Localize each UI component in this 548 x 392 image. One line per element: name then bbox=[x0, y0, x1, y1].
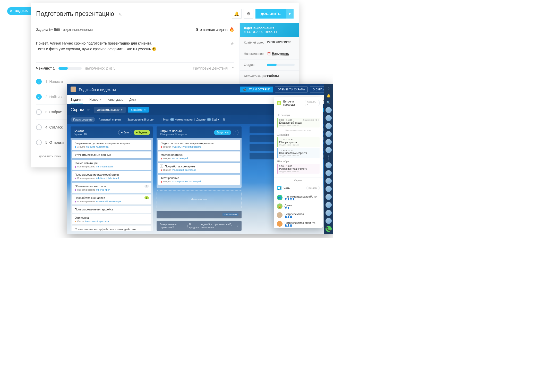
filter-done-sprint[interactable]: Завершенный спринт bbox=[125, 117, 158, 122]
task-card[interactable]: ТестированиеВиджет#тестирование#сценарий bbox=[158, 175, 240, 185]
filter-more[interactable]: Ещё bbox=[212, 118, 218, 121]
important-label: Это важная задача bbox=[196, 28, 228, 32]
task-card[interactable]: ОтрисовкаСиэтл#чистовик#отрисовка bbox=[72, 214, 151, 224]
filter-comments[interactable]: Комментарии bbox=[175, 118, 193, 121]
avatar[interactable] bbox=[326, 123, 332, 129]
chats-meetings-button[interactable]: 📹 ЧАТЫ И ВСТРЕЧИ bbox=[240, 87, 273, 92]
hide-button[interactable]: Скрыть bbox=[274, 177, 323, 183]
task-card[interactable]: 9Обновленные контролыПроектирование#ui#к… bbox=[72, 183, 151, 193]
avatar[interactable] bbox=[326, 218, 332, 224]
avatar[interactable] bbox=[326, 107, 332, 113]
add-task-button[interactable]: Добавить задачу ▾ bbox=[94, 107, 125, 113]
task-card[interactable]: Проектирование взаимодействияПроектирова… bbox=[72, 171, 151, 181]
sprint-column: Спринт новый 13 апреля – 27 апреля Запус… bbox=[157, 126, 242, 231]
check-icon[interactable] bbox=[36, 109, 42, 115]
add-task-button[interactable]: + Задача bbox=[134, 130, 150, 135]
help-icon[interactable]: ? bbox=[326, 86, 331, 91]
search-icon[interactable]: 🔍 bbox=[326, 100, 331, 105]
group-icon: 👥 bbox=[277, 195, 282, 200]
group-actions-link[interactable]: Групповые действия bbox=[193, 66, 228, 70]
chat-item[interactable]: 👥Чат команды разработки👤👤👤👤 bbox=[274, 193, 323, 202]
star-icon[interactable]: ☆ bbox=[87, 108, 90, 112]
avatar[interactable] bbox=[326, 162, 332, 168]
chat-item[interactable]: Ретроспектива спринта👤👤👤 bbox=[274, 219, 323, 228]
call-icon[interactable]: 📞 bbox=[326, 226, 332, 232]
calendar-icon: ▦ bbox=[277, 101, 281, 105]
chat-item[interactable]: 🔒Демо👤👤 bbox=[274, 202, 323, 211]
meeting-item[interactable]: Видеозвонок HD 9:30 – 11:30 Ежедневный с… bbox=[277, 118, 320, 127]
scrum-elements-button[interactable]: ЭЛЕМЕНТЫ СКРАМА bbox=[275, 87, 308, 92]
in-work-filter[interactable]: В работе × bbox=[128, 107, 149, 113]
add-epic-button[interactable]: + Эпик bbox=[118, 130, 132, 135]
task-card[interactable]: Проектирование интерфейса bbox=[72, 206, 151, 213]
avatar[interactable] bbox=[326, 178, 332, 184]
tab-calendar[interactable]: Календарь bbox=[107, 95, 123, 104]
avatar[interactable] bbox=[326, 139, 332, 145]
add-button[interactable]: ДОБАВИТЬ bbox=[255, 9, 286, 19]
task-card[interactable]: Согласование интерфейсов и взаимодействи… bbox=[72, 226, 151, 231]
checklist-progress-bar bbox=[58, 67, 82, 70]
task-card[interactable]: Загрузить актуальные материалы в архивАн… bbox=[72, 140, 151, 150]
finished-sprints-bar[interactable]: ЗАВЕРШЕН bbox=[157, 211, 242, 218]
pencil-icon[interactable]: ✎ bbox=[118, 12, 122, 17]
check-icon[interactable] bbox=[36, 140, 42, 145]
create-meeting-button[interactable]: Создать ▾ bbox=[305, 100, 320, 106]
tab-news[interactable]: Новости bbox=[89, 95, 101, 104]
finished-sprints-summary[interactable]: Завершенные спринты – 3 | В среднем: зад… bbox=[157, 221, 242, 231]
check-icon[interactable]: ✓ bbox=[36, 94, 42, 100]
star-icon[interactable]: ★ bbox=[230, 40, 234, 47]
date-label: 26 ноября bbox=[277, 160, 320, 163]
meeting-item[interactable]: 9:30 – 10:30 Ретроспектива спринта О оди… bbox=[277, 164, 320, 174]
avatar[interactable] bbox=[326, 147, 332, 153]
project-logo[interactable] bbox=[71, 87, 76, 92]
sort-icon[interactable]: ⇅ bbox=[223, 118, 225, 121]
chat-item[interactable]: Ретроспектива👤👤👤 bbox=[274, 211, 323, 219]
task-header: Подготовить презентацию ✎ 🔔 ⚙ ДОБАВИТЬ ▾ bbox=[31, 3, 299, 23]
backlog-title: Бэклог bbox=[74, 129, 87, 133]
sprint-collapse[interactable]: ⌃ bbox=[233, 130, 238, 135]
tab-tasks[interactable]: Задачи › bbox=[71, 95, 83, 104]
meeting-item[interactable]: 11:30 – 12:30 Обзор спринта О один раз в… bbox=[277, 137, 320, 147]
new-sprint-placeholder[interactable]: Начните нов bbox=[157, 190, 242, 208]
avatar[interactable] bbox=[326, 115, 332, 121]
task-card[interactable]: 5Проработка сценариевПроектирование#сцен… bbox=[72, 194, 151, 204]
gear-icon[interactable]: ⚙ bbox=[244, 9, 253, 19]
filter-planning[interactable]: Планирование bbox=[71, 117, 95, 122]
avatar[interactable] bbox=[326, 170, 332, 176]
task-card[interactable]: Виджет пользователя – проектированиеВидж… bbox=[158, 140, 240, 150]
create-chat-button[interactable]: Создать bbox=[306, 186, 320, 190]
task-card[interactable]: Схема навигацииПроектирование#ui#навигац… bbox=[72, 160, 151, 170]
close-icon[interactable]: ✕ bbox=[10, 9, 12, 13]
avatar[interactable] bbox=[326, 194, 332, 200]
scrum-window: Редизайн и виджеты 📹 ЧАТЫ И ВСТРЕЧИ ЭЛЕМ… bbox=[67, 84, 333, 234]
deadline-row: Крайний срок: 29.10.2020 19:00 bbox=[240, 37, 299, 48]
tab-disk[interactable]: Диск bbox=[129, 95, 136, 104]
side-status: Ждет выполнения с 14.10.2020 18:46:11 bbox=[240, 23, 299, 37]
bell-icon[interactable]: 🔔 bbox=[232, 9, 242, 19]
task-tab-label: ЗАДАЧА bbox=[15, 9, 28, 13]
meeting-item[interactable]: 12:30 – 13:30 Планирование спринта О оди… bbox=[277, 148, 320, 158]
reminder-link[interactable]: Напомнить bbox=[272, 52, 289, 56]
automation-link[interactable]: Роботы bbox=[267, 74, 279, 78]
avatar[interactable] bbox=[326, 131, 332, 137]
check-icon[interactable] bbox=[36, 124, 42, 130]
chevron-right-icon: › bbox=[82, 99, 83, 101]
sprint-body[interactable]: Виджет пользователя – проектированиеВидж… bbox=[157, 138, 242, 188]
filter-active-sprint[interactable]: Активный спринт bbox=[96, 117, 124, 122]
task-card[interactable]: +Проработка сценариевВиджет#сценарий#дет… bbox=[158, 163, 240, 173]
avatar[interactable] bbox=[326, 186, 332, 192]
add-dropdown[interactable]: ▾ bbox=[286, 9, 294, 19]
automation-row: Автоматизация: Роботы bbox=[240, 71, 299, 82]
chevron-up-icon[interactable]: ⌃ bbox=[231, 66, 234, 70]
avatar[interactable] bbox=[326, 202, 332, 208]
backlog-body[interactable]: Загрузить актуальные материалы в архивАн… bbox=[71, 138, 153, 231]
check-icon[interactable]: ✓ bbox=[36, 79, 42, 84]
bell-icon[interactable]: 🔔 bbox=[326, 93, 331, 98]
run-sprint-button[interactable]: Запустить bbox=[214, 130, 231, 135]
deadline-value[interactable]: 29.10.2020 19:00 bbox=[267, 40, 291, 44]
task-tab[interactable]: ✕ ЗАДАЧА bbox=[7, 7, 31, 15]
project-title: Редизайн и виджеты bbox=[79, 87, 116, 92]
avatar[interactable] bbox=[326, 210, 332, 216]
task-card[interactable]: Уточнить исходные данные bbox=[72, 151, 151, 158]
task-card[interactable]: Мастер настроекВиджет#ui#сценарий bbox=[158, 151, 240, 161]
